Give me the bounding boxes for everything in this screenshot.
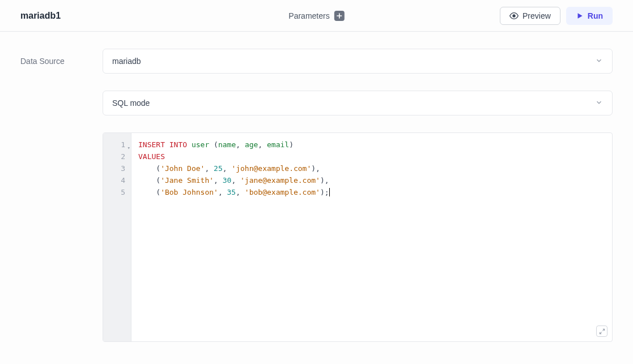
editor-code[interactable]: INSERT INTO user (name, age, email)VALUE… bbox=[131, 133, 612, 341]
chevron-down-icon bbox=[595, 57, 603, 66]
expand-icon bbox=[599, 328, 605, 335]
query-title: mariadb1 bbox=[20, 11, 61, 21]
data-source-value: mariadb bbox=[112, 57, 141, 66]
header-actions: Preview Run bbox=[500, 7, 613, 25]
data-source-label: Data Source bbox=[20, 57, 103, 66]
mode-row: SQL mode bbox=[20, 91, 613, 115]
preview-button-label: Preview bbox=[522, 11, 551, 20]
expand-editor-button[interactable] bbox=[596, 326, 607, 337]
plus-icon bbox=[337, 13, 342, 19]
parameters-label: Parameters bbox=[288, 11, 329, 20]
add-parameter-button[interactable] bbox=[334, 11, 345, 21]
play-icon bbox=[576, 12, 584, 20]
mode-select[interactable]: SQL mode bbox=[103, 91, 613, 115]
preview-button[interactable]: Preview bbox=[500, 7, 560, 25]
data-source-select[interactable]: mariadb bbox=[103, 49, 613, 74]
svg-point-0 bbox=[513, 15, 515, 17]
run-button-label: Run bbox=[588, 11, 603, 20]
editor-gutter: 1▾2345 bbox=[103, 133, 131, 341]
sql-editor[interactable]: 1▾2345 INSERT INTO user (name, age, emai… bbox=[103, 132, 613, 342]
data-source-row: Data Source mariadb bbox=[20, 49, 613, 74]
editor-row: 1▾2345 INSERT INTO user (name, age, emai… bbox=[103, 132, 613, 342]
header: mariadb1 Parameters Preview Run bbox=[0, 0, 633, 32]
content: Data Source mariadb SQL mode 1▾2345 INSE… bbox=[0, 32, 633, 359]
parameters-section: Parameters bbox=[288, 11, 344, 21]
run-button[interactable]: Run bbox=[566, 7, 613, 25]
eye-icon bbox=[509, 11, 519, 20]
mode-value: SQL mode bbox=[112, 99, 150, 108]
chevron-down-icon bbox=[595, 99, 603, 108]
